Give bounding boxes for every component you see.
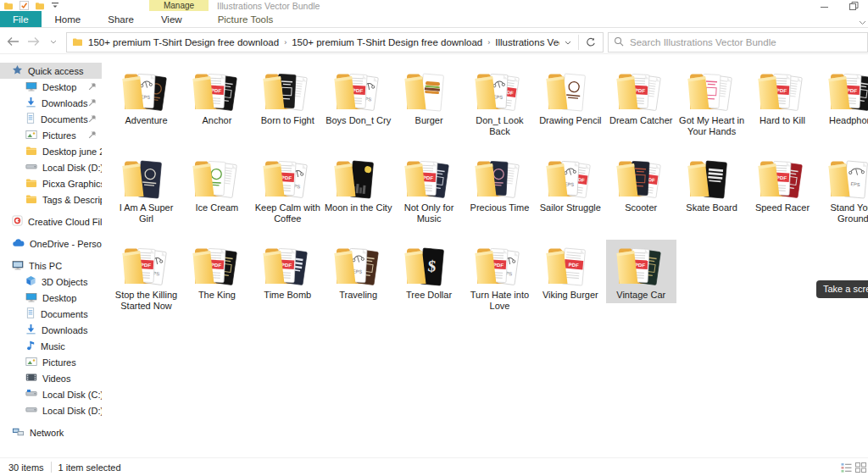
folder-item-keep-calm-with-coffee[interactable]: EPSPDFKeep Calm with Coffee [253,151,323,238]
folder-item-got-my-heart-in-your-hands[interactable]: Got My Heart in Your Hands [676,64,747,151]
tab-home[interactable]: Home [42,11,95,27]
sidebar-item-label: Tags & Description [42,195,102,205]
recent-locations-dropdown-icon[interactable] [46,33,61,50]
qat-new-folder-icon[interactable] [35,2,45,10]
desktop-icon [25,292,37,304]
folder-item-stop-the-killing-started-now[interactable]: EPSPDFStop the Killing Started Now [111,238,181,325]
sidebar-item-tags-description[interactable]: Tags & Description [0,191,102,208]
folder-item-turn-hate-into-love[interactable]: EPSPDFTurn Hate into Love [465,238,535,325]
sidebar-item-3d-objects[interactable]: 3D Objects [0,274,102,290]
sidebar-item-local-disk-d-[interactable]: Local Disk (D:) [0,402,102,418]
svg-text:PDF: PDF [635,263,646,268]
sidebar-item-videos[interactable]: Videos [0,370,102,386]
take-screenshot-button[interactable]: Take a scree [816,280,868,298]
sidebar-item-label: Videos [42,374,70,384]
sidebar-item-label: Picxa Graphics [42,179,102,189]
svg-text:PDF: PDF [211,88,222,94]
tab-view[interactable]: View [147,11,196,27]
folder-item-label: Vintage Car [616,290,665,301]
open-folder-icon: PDF [542,241,598,289]
breadcrumb-segment-1[interactable]: 150+ premium T-Shirt Design free downloa… [288,37,486,47]
sidebar-item-downloads[interactable]: Downloads [0,95,102,111]
sidebar-item-label: Music [41,341,65,351]
sidebar-item-local-disk-d-[interactable]: Local Disk (D:) [0,159,102,175]
window-title: Illustrations Vector Bundle [217,1,320,11]
large-icons-view-button[interactable] [854,462,866,473]
minimize-button[interactable] [810,0,839,12]
cloudred-icon [12,215,23,228]
folder-item-headphone[interactable]: PDFHeadphone [818,64,868,151]
folder-item-traveling[interactable]: EPSTraveling [323,238,393,325]
details-view-button[interactable] [840,462,852,473]
ribbon-expand-chevron-icon[interactable] [859,14,866,29]
address-bar[interactable]: 150+ premium T-Shirt Design free downloa… [66,32,604,53]
folder-item-stand-your-ground[interactable]: EPSStand Your Ground [818,151,868,238]
folder-item-not-only-for-music[interactable]: PDFNot Only for Music [394,151,465,238]
folder-item-ice-cream[interactable]: Ice Cream [181,151,252,238]
folder-item-moon-in-the-city[interactable]: Moon in the City [323,151,393,238]
breadcrumb-separator-icon[interactable]: › [486,38,492,47]
folder-item-tree-dollar[interactable]: $Tree Dollar [394,238,465,325]
search-input[interactable] [630,37,862,47]
folder-item-sailor-struggle[interactable]: PDFEPSSailor Struggle [535,151,605,238]
sidebar-item-picxa-graphics[interactable]: Picxa Graphics [0,175,102,191]
folder-item-drawing-pencil[interactable]: Drawing Pencil [535,64,605,151]
sidebar-item-local-disk-c-[interactable]: Local Disk (C:) [0,386,102,402]
address-dropdown-icon[interactable] [559,38,576,47]
folder-item-skate-board[interactable]: Skate Board [676,151,747,238]
folder-item-scooter[interactable]: PDFScooter [606,151,676,238]
pin-icon [88,98,97,108]
folder-item-hard-to-kill[interactable]: PDFHard to Kill [748,64,818,151]
folder-item-label: Turn Hate into Love [465,290,534,312]
sidebar-item-documents[interactable]: Documents [0,111,102,127]
folder-item-i-am-a-super-girl[interactable]: I Am A Super Girl [111,151,181,238]
restore-button[interactable] [839,0,868,12]
folder-item-speed-racer[interactable]: PDFSpeed Racer [748,151,818,238]
breadcrumb-segment-0[interactable]: 150+ premium T-Shirt Design free downloa… [85,37,282,47]
navigation-pane: Quick accessDesktopDownloadsDocumentsPic… [0,55,102,457]
folder-item-viking-burger[interactable]: PDFViking Burger [535,238,605,325]
sidebar-item-documents[interactable]: Documents [0,306,102,322]
sidebar-item-label: Desktop june 23 [42,147,102,157]
explorer-folder-icon[interactable] [3,2,14,10]
sidebar-item-quick-access[interactable]: Quick access [0,63,102,79]
sidebar-item-downloads[interactable]: Downloads [0,322,102,338]
folder-item-adventure[interactable]: EPSAdventure [111,64,181,151]
quick-access-toolbar [3,1,59,10]
sidebar-item-pictures[interactable]: Pictures [0,354,102,370]
sidebar-item-creative-cloud-files[interactable]: Creative Cloud Files [0,213,102,230]
folder-item-anchor[interactable]: PDFAnchor [181,64,252,151]
open-folder-icon [684,67,740,114]
tab-file[interactable]: File [0,11,42,27]
folder-item-the-king[interactable]: PDFThe King [181,238,252,325]
folder-icon [25,178,37,190]
sidebar-item-onedrive-personal[interactable]: OneDrive - Personal [0,235,102,252]
folder-item-precious-time[interactable]: Precious Time [465,151,535,238]
sidebar-item-desktop[interactable]: Desktop [0,79,102,95]
folder-item-dream-catcher[interactable]: PDFDream Catcher [606,64,676,151]
tab-share[interactable]: Share [94,11,147,27]
folder-item-don-t-look-back[interactable]: PDFEPSDon_t Look Back [465,64,535,151]
sidebar-item-this-pc[interactable]: This PC [0,257,102,274]
folder-item-label: Speed Racer [755,202,810,213]
sidebar-item-network[interactable]: Network [0,424,102,440]
tab-picture-tools[interactable]: Picture Tools [208,11,284,27]
folder-item-burger[interactable]: Burger [394,64,465,151]
folder-item-born-to-fight[interactable]: Born to Fight [253,64,323,151]
forward-button[interactable] [25,33,41,50]
folder-item-time-bomb[interactable]: PDFTime Bomb [253,238,323,325]
sidebar-item-desktop[interactable]: Desktop [0,290,102,306]
folder-item-label: Not Only for Music [395,202,464,224]
sidebar-item-music[interactable]: Music [0,338,102,354]
qat-customize-dropdown-icon[interactable] [51,2,59,9]
folder-item-vintage-car[interactable]: PDFVintage Car [606,238,676,325]
breadcrumb-separator-icon[interactable]: › [282,38,288,47]
qat-properties-check-icon[interactable] [19,1,29,10]
sidebar-item-pictures[interactable]: Pictures [0,127,102,143]
sidebar-item-desktop-june-23[interactable]: Desktop june 23 [0,143,102,159]
folder-item-boys-don-t-cry[interactable]: EPSPDFBoys Don_t Cry [323,64,393,151]
back-button[interactable] [5,33,20,50]
refresh-button[interactable] [581,37,601,47]
breadcrumb-segment-2[interactable]: Illustrations Vector Bundle [492,37,559,47]
contextual-tab-manage[interactable]: Manage [149,0,209,11]
